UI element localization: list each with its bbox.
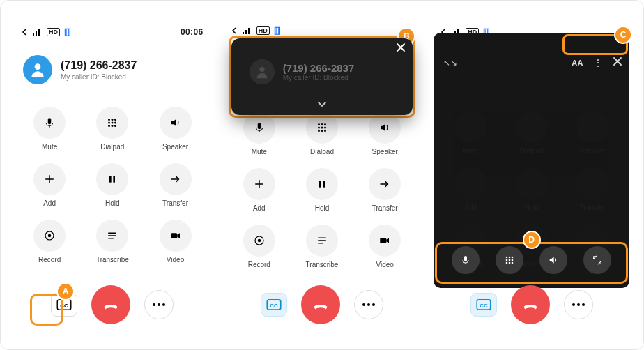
caller-id-status: My caller ID: Blocked bbox=[61, 73, 137, 81]
mute-label: Mute bbox=[42, 143, 57, 151]
captions-button-active[interactable]: CC bbox=[470, 293, 497, 317]
svg-point-6 bbox=[112, 119, 114, 121]
record-button[interactable] bbox=[243, 225, 275, 257]
transfer-label: Transfer bbox=[162, 199, 188, 207]
hd-badge: HD bbox=[47, 28, 60, 36]
transcribe-label: Transcribe bbox=[96, 256, 129, 264]
svg-rect-24 bbox=[243, 32, 244, 34]
svg-point-5 bbox=[108, 119, 110, 121]
transcribe-button[interactable] bbox=[96, 220, 128, 252]
hold-button[interactable] bbox=[306, 168, 338, 200]
bottom-bar: CC bbox=[22, 268, 204, 324]
hold-button[interactable] bbox=[96, 163, 128, 195]
captions-button[interactable]: CC bbox=[51, 293, 77, 317]
mute-button[interactable] bbox=[33, 107, 66, 139]
svg-point-33 bbox=[324, 127, 326, 129]
add-button[interactable] bbox=[243, 168, 275, 200]
caption-toolbar: AA ⋮ bbox=[572, 56, 622, 68]
hd-voice-icon: ⟦⟧ bbox=[274, 26, 279, 36]
speaker-label: Speaker bbox=[162, 143, 188, 151]
svg-point-30 bbox=[324, 123, 326, 125]
svg-point-13 bbox=[114, 125, 116, 127]
close-icon[interactable] bbox=[613, 56, 622, 68]
svg-rect-15 bbox=[114, 176, 116, 182]
svg-rect-37 bbox=[319, 181, 321, 187]
svg-rect-41 bbox=[380, 238, 386, 243]
svg-point-64 bbox=[577, 303, 580, 306]
captions-button-active[interactable]: CC bbox=[261, 293, 287, 317]
back-icon[interactable] bbox=[231, 27, 238, 34]
more-button[interactable] bbox=[354, 290, 383, 319]
svg-rect-51 bbox=[464, 256, 467, 261]
svg-point-47 bbox=[259, 67, 264, 72]
video-button[interactable] bbox=[160, 220, 192, 252]
record-button[interactable] bbox=[33, 220, 66, 252]
svg-text:CC: CC bbox=[61, 303, 69, 309]
speaker-button[interactable] bbox=[369, 112, 401, 144]
svg-point-12 bbox=[112, 125, 114, 127]
end-call-button[interactable] bbox=[301, 285, 340, 324]
add-label: Add bbox=[253, 204, 266, 212]
status-bar: HD ⟦⟧ 00:06 bbox=[22, 26, 204, 38]
svg-point-32 bbox=[321, 127, 323, 129]
bottom-bar: CC bbox=[431, 285, 632, 324]
svg-rect-2 bbox=[38, 29, 40, 36]
svg-point-8 bbox=[108, 122, 110, 124]
transfer-button[interactable] bbox=[369, 168, 401, 200]
quick-mute-button[interactable] bbox=[452, 246, 480, 274]
svg-rect-38 bbox=[323, 181, 325, 187]
add-button[interactable] bbox=[33, 163, 66, 195]
text-size-button[interactable]: AA bbox=[572, 59, 583, 67]
mute-button[interactable] bbox=[243, 112, 275, 144]
svg-point-36 bbox=[324, 130, 326, 132]
back-icon[interactable] bbox=[22, 29, 29, 36]
svg-point-52 bbox=[506, 257, 508, 259]
transcribe-label: Transcribe bbox=[306, 261, 339, 268]
caption-quick-bar bbox=[443, 241, 620, 280]
svg-rect-27 bbox=[258, 123, 261, 129]
transfer-button[interactable] bbox=[160, 163, 192, 195]
phone-screen-2: HD ⟦⟧ Mute Dialpad Speaker Add Hold Tran… bbox=[222, 13, 423, 337]
video-button[interactable] bbox=[369, 225, 401, 257]
avatar-dim bbox=[250, 59, 275, 84]
end-call-button[interactable] bbox=[511, 285, 550, 324]
quick-dialpad-button[interactable] bbox=[496, 246, 523, 274]
svg-point-57 bbox=[512, 259, 514, 261]
svg-point-58 bbox=[506, 262, 508, 264]
dialpad-button[interactable] bbox=[306, 112, 338, 144]
caller-info: (719) 266-2837 My caller ID: Blocked bbox=[23, 55, 204, 84]
chevron-down-icon[interactable] bbox=[317, 98, 327, 111]
svg-rect-26 bbox=[248, 28, 250, 34]
dialpad-button[interactable] bbox=[96, 107, 128, 139]
speaker-button[interactable] bbox=[160, 107, 192, 139]
svg-text:CC: CC bbox=[480, 303, 488, 309]
quick-speaker-button[interactable] bbox=[539, 246, 567, 274]
close-icon[interactable] bbox=[396, 43, 406, 55]
svg-rect-18 bbox=[171, 233, 177, 238]
shrink-icon[interactable]: ↖↘ bbox=[443, 58, 457, 68]
svg-point-28 bbox=[318, 123, 320, 125]
kebab-menu-icon[interactable]: ⋮ bbox=[593, 57, 603, 68]
mute-label: Mute bbox=[252, 148, 267, 155]
quick-collapse-button[interactable] bbox=[583, 246, 611, 274]
svg-rect-4 bbox=[48, 118, 52, 124]
svg-point-59 bbox=[509, 262, 511, 264]
hold-label: Hold bbox=[105, 199, 120, 207]
add-label: Add bbox=[43, 199, 56, 207]
status-bar: HD ⟦⟧ bbox=[231, 26, 413, 36]
end-call-button[interactable] bbox=[91, 285, 130, 324]
call-timer: 00:06 bbox=[181, 27, 204, 37]
more-button[interactable] bbox=[564, 290, 593, 319]
video-label: Video bbox=[376, 261, 394, 268]
svg-point-44 bbox=[362, 303, 365, 306]
transcribe-button[interactable] bbox=[306, 225, 338, 257]
svg-point-55 bbox=[506, 259, 508, 261]
action-grid: Mute Dialpad Speaker Add Hold Transfer R… bbox=[231, 112, 413, 268]
svg-point-35 bbox=[321, 130, 323, 132]
svg-point-11 bbox=[108, 125, 110, 127]
more-button[interactable] bbox=[144, 290, 174, 319]
svg-text:CC: CC bbox=[270, 303, 278, 309]
svg-point-7 bbox=[114, 119, 116, 121]
svg-point-53 bbox=[509, 257, 511, 259]
phone-screen-3: HD ⟦⟧ ↖↘ AA ⋮ Mute Dialpad Speaker Add H… bbox=[431, 13, 632, 337]
